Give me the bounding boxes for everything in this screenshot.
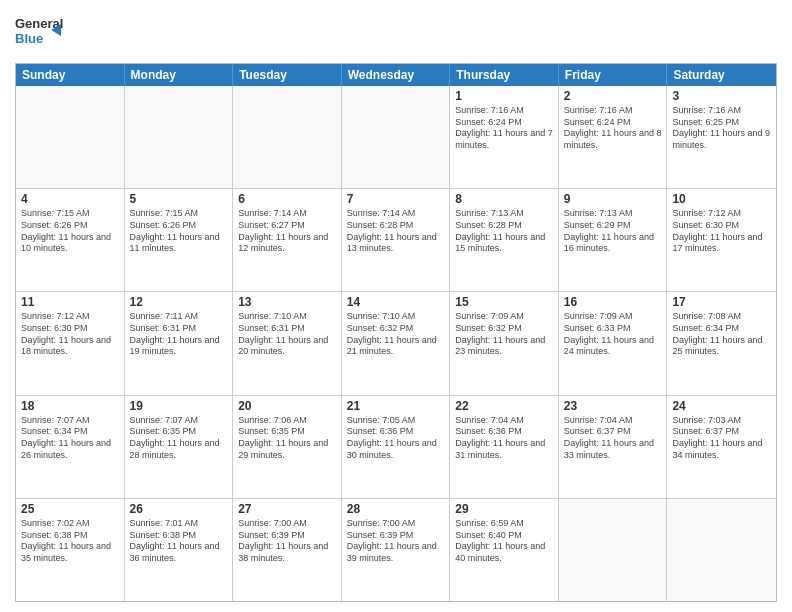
day-number: 10 [672, 192, 771, 206]
calendar-week-2: 4Sunrise: 7:15 AM Sunset: 6:26 PM Daylig… [16, 189, 776, 292]
day-info: Sunrise: 7:05 AM Sunset: 6:36 PM Dayligh… [347, 415, 445, 462]
day-number: 8 [455, 192, 553, 206]
day-cell-19: 19Sunrise: 7:07 AM Sunset: 6:35 PM Dayli… [125, 396, 234, 498]
day-number: 16 [564, 295, 662, 309]
day-info: Sunrise: 7:15 AM Sunset: 6:26 PM Dayligh… [21, 208, 119, 255]
header-cell-monday: Monday [125, 64, 234, 86]
day-cell-18: 18Sunrise: 7:07 AM Sunset: 6:34 PM Dayli… [16, 396, 125, 498]
day-cell-empty [125, 86, 234, 188]
day-number: 26 [130, 502, 228, 516]
day-info: Sunrise: 7:00 AM Sunset: 6:39 PM Dayligh… [347, 518, 445, 565]
day-cell-empty [342, 86, 451, 188]
day-number: 27 [238, 502, 336, 516]
day-number: 5 [130, 192, 228, 206]
header-cell-saturday: Saturday [667, 64, 776, 86]
day-info: Sunrise: 7:13 AM Sunset: 6:29 PM Dayligh… [564, 208, 662, 255]
day-number: 22 [455, 399, 553, 413]
day-cell-25: 25Sunrise: 7:02 AM Sunset: 6:38 PM Dayli… [16, 499, 125, 601]
day-info: Sunrise: 7:04 AM Sunset: 6:36 PM Dayligh… [455, 415, 553, 462]
day-info: Sunrise: 7:09 AM Sunset: 6:32 PM Dayligh… [455, 311, 553, 358]
day-number: 7 [347, 192, 445, 206]
day-info: Sunrise: 7:16 AM Sunset: 6:24 PM Dayligh… [455, 105, 553, 152]
day-cell-11: 11Sunrise: 7:12 AM Sunset: 6:30 PM Dayli… [16, 292, 125, 394]
day-cell-28: 28Sunrise: 7:00 AM Sunset: 6:39 PM Dayli… [342, 499, 451, 601]
calendar-body: 1Sunrise: 7:16 AM Sunset: 6:24 PM Daylig… [16, 86, 776, 601]
day-cell-empty [559, 499, 668, 601]
day-info: Sunrise: 7:15 AM Sunset: 6:26 PM Dayligh… [130, 208, 228, 255]
day-number: 18 [21, 399, 119, 413]
header-cell-friday: Friday [559, 64, 668, 86]
day-info: Sunrise: 7:14 AM Sunset: 6:27 PM Dayligh… [238, 208, 336, 255]
day-cell-17: 17Sunrise: 7:08 AM Sunset: 6:34 PM Dayli… [667, 292, 776, 394]
day-number: 9 [564, 192, 662, 206]
day-cell-9: 9Sunrise: 7:13 AM Sunset: 6:29 PM Daylig… [559, 189, 668, 291]
calendar-week-1: 1Sunrise: 7:16 AM Sunset: 6:24 PM Daylig… [16, 86, 776, 189]
day-cell-5: 5Sunrise: 7:15 AM Sunset: 6:26 PM Daylig… [125, 189, 234, 291]
day-cell-16: 16Sunrise: 7:09 AM Sunset: 6:33 PM Dayli… [559, 292, 668, 394]
header-cell-thursday: Thursday [450, 64, 559, 86]
day-info: Sunrise: 7:14 AM Sunset: 6:28 PM Dayligh… [347, 208, 445, 255]
day-cell-15: 15Sunrise: 7:09 AM Sunset: 6:32 PM Dayli… [450, 292, 559, 394]
day-info: Sunrise: 7:00 AM Sunset: 6:39 PM Dayligh… [238, 518, 336, 565]
day-number: 15 [455, 295, 553, 309]
day-cell-3: 3Sunrise: 7:16 AM Sunset: 6:25 PM Daylig… [667, 86, 776, 188]
day-cell-14: 14Sunrise: 7:10 AM Sunset: 6:32 PM Dayli… [342, 292, 451, 394]
day-info: Sunrise: 7:13 AM Sunset: 6:28 PM Dayligh… [455, 208, 553, 255]
day-number: 28 [347, 502, 445, 516]
day-cell-2: 2Sunrise: 7:16 AM Sunset: 6:24 PM Daylig… [559, 86, 668, 188]
day-number: 1 [455, 89, 553, 103]
day-info: Sunrise: 7:04 AM Sunset: 6:37 PM Dayligh… [564, 415, 662, 462]
logo: General Blue [15, 10, 65, 55]
calendar-header-row: SundayMondayTuesdayWednesdayThursdayFrid… [16, 64, 776, 86]
calendar-week-5: 25Sunrise: 7:02 AM Sunset: 6:38 PM Dayli… [16, 499, 776, 601]
day-cell-20: 20Sunrise: 7:06 AM Sunset: 6:35 PM Dayli… [233, 396, 342, 498]
day-number: 20 [238, 399, 336, 413]
calendar: SundayMondayTuesdayWednesdayThursdayFrid… [15, 63, 777, 602]
day-number: 12 [130, 295, 228, 309]
day-cell-8: 8Sunrise: 7:13 AM Sunset: 6:28 PM Daylig… [450, 189, 559, 291]
day-number: 11 [21, 295, 119, 309]
day-cell-27: 27Sunrise: 7:00 AM Sunset: 6:39 PM Dayli… [233, 499, 342, 601]
day-cell-10: 10Sunrise: 7:12 AM Sunset: 6:30 PM Dayli… [667, 189, 776, 291]
day-info: Sunrise: 7:02 AM Sunset: 6:38 PM Dayligh… [21, 518, 119, 565]
calendar-week-3: 11Sunrise: 7:12 AM Sunset: 6:30 PM Dayli… [16, 292, 776, 395]
day-info: Sunrise: 7:10 AM Sunset: 6:31 PM Dayligh… [238, 311, 336, 358]
day-cell-empty [233, 86, 342, 188]
day-number: 2 [564, 89, 662, 103]
page-header: General Blue [15, 10, 777, 55]
day-info: Sunrise: 7:12 AM Sunset: 6:30 PM Dayligh… [672, 208, 771, 255]
header-cell-tuesday: Tuesday [233, 64, 342, 86]
day-cell-26: 26Sunrise: 7:01 AM Sunset: 6:38 PM Dayli… [125, 499, 234, 601]
day-number: 19 [130, 399, 228, 413]
day-cell-6: 6Sunrise: 7:14 AM Sunset: 6:27 PM Daylig… [233, 189, 342, 291]
day-info: Sunrise: 7:10 AM Sunset: 6:32 PM Dayligh… [347, 311, 445, 358]
day-number: 29 [455, 502, 553, 516]
day-number: 23 [564, 399, 662, 413]
day-info: Sunrise: 7:06 AM Sunset: 6:35 PM Dayligh… [238, 415, 336, 462]
day-info: Sunrise: 7:07 AM Sunset: 6:34 PM Dayligh… [21, 415, 119, 462]
svg-text:Blue: Blue [15, 31, 43, 46]
day-cell-empty [16, 86, 125, 188]
day-cell-22: 22Sunrise: 7:04 AM Sunset: 6:36 PM Dayli… [450, 396, 559, 498]
day-info: Sunrise: 7:12 AM Sunset: 6:30 PM Dayligh… [21, 311, 119, 358]
day-cell-1: 1Sunrise: 7:16 AM Sunset: 6:24 PM Daylig… [450, 86, 559, 188]
day-number: 6 [238, 192, 336, 206]
day-number: 21 [347, 399, 445, 413]
day-cell-7: 7Sunrise: 7:14 AM Sunset: 6:28 PM Daylig… [342, 189, 451, 291]
day-cell-4: 4Sunrise: 7:15 AM Sunset: 6:26 PM Daylig… [16, 189, 125, 291]
day-number: 4 [21, 192, 119, 206]
header-cell-sunday: Sunday [16, 64, 125, 86]
day-cell-12: 12Sunrise: 7:11 AM Sunset: 6:31 PM Dayli… [125, 292, 234, 394]
day-cell-24: 24Sunrise: 7:03 AM Sunset: 6:37 PM Dayli… [667, 396, 776, 498]
day-number: 3 [672, 89, 771, 103]
day-number: 25 [21, 502, 119, 516]
day-info: Sunrise: 6:59 AM Sunset: 6:40 PM Dayligh… [455, 518, 553, 565]
header-cell-wednesday: Wednesday [342, 64, 451, 86]
day-cell-empty [667, 499, 776, 601]
day-number: 14 [347, 295, 445, 309]
day-info: Sunrise: 7:16 AM Sunset: 6:25 PM Dayligh… [672, 105, 771, 152]
day-cell-23: 23Sunrise: 7:04 AM Sunset: 6:37 PM Dayli… [559, 396, 668, 498]
day-info: Sunrise: 7:03 AM Sunset: 6:37 PM Dayligh… [672, 415, 771, 462]
day-info: Sunrise: 7:11 AM Sunset: 6:31 PM Dayligh… [130, 311, 228, 358]
day-number: 13 [238, 295, 336, 309]
